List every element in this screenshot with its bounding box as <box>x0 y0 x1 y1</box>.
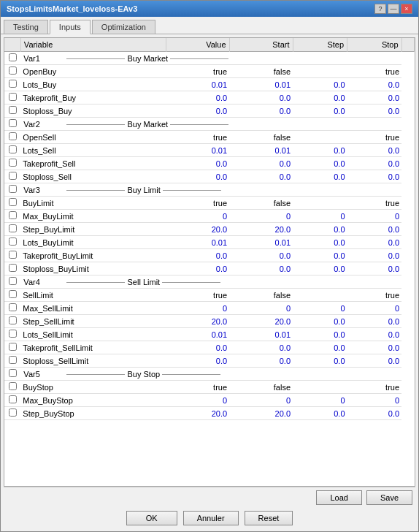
row-variable: Takeprofit_BuyLimit <box>20 249 166 262</box>
row-step <box>293 289 347 302</box>
row-checkbox[interactable] <box>9 316 17 324</box>
row-step: 0.0 <box>293 315 347 328</box>
row-checkbox[interactable] <box>9 238 17 246</box>
table-row: OpenBuy true false true <box>4 65 415 78</box>
row-checkbox[interactable] <box>9 145 17 153</box>
row-checkbox[interactable] <box>9 343 17 351</box>
close-button[interactable]: × <box>401 4 412 14</box>
row-checkbox[interactable] <box>9 264 17 272</box>
row-start: 20.0 <box>229 223 293 236</box>
table-row: Takeprofit_Sell 0.0 0.0 0.0 0.0 <box>4 157 415 170</box>
row-checkbox[interactable] <box>9 408 17 417</box>
variables-table-container[interactable]: Variable Value Start Step Stop Var1 Buy … <box>4 37 415 487</box>
load-button[interactable]: Load <box>316 490 361 505</box>
row-stop: 0.0 <box>347 223 402 236</box>
row-variable: Stoploss_SellLimit <box>20 354 166 368</box>
row-checkbox[interactable] <box>9 330 17 338</box>
row-checkbox[interactable] <box>9 382 17 390</box>
ok-button[interactable]: OK <box>126 511 177 525</box>
row-value: 0.0 <box>166 262 229 276</box>
row-checkbox[interactable] <box>9 106 17 114</box>
row-step: 0.0 <box>293 170 347 183</box>
row-checkbox[interactable] <box>9 224 17 232</box>
col-scroll <box>401 38 414 52</box>
row-value: 20.0 <box>166 315 229 328</box>
help-button[interactable]: ? <box>374 4 386 14</box>
col-check <box>4 38 20 52</box>
row-checkbox[interactable] <box>9 93 17 101</box>
row-stop: 0.0 <box>347 328 402 341</box>
row-step: 0 <box>293 394 347 407</box>
row-variable: Step_SellLimit <box>20 315 166 328</box>
var2-label: Var2 Buy Market <box>20 118 401 131</box>
row-stop: 0.0 <box>347 91 402 104</box>
row-checkbox[interactable] <box>9 211 17 219</box>
row-variable: OpenSell <box>20 131 166 144</box>
row-value: 0.01 <box>166 328 229 341</box>
minimize-button[interactable]: — <box>388 4 399 14</box>
row-step <box>293 381 347 394</box>
row-checkbox[interactable] <box>9 303 17 311</box>
row-start: false <box>229 197 293 210</box>
tab-inputs[interactable]: Inputs <box>50 20 91 34</box>
row-step: 0.0 <box>293 341 347 354</box>
row-stop: 0.0 <box>347 157 402 170</box>
row-start: 0.0 <box>229 170 293 183</box>
table-row: Var2 Buy Market <box>4 118 415 131</box>
row-checkbox[interactable] <box>9 277 17 285</box>
save-button[interactable]: Save <box>366 490 412 505</box>
row-variable: OpenBuy <box>20 65 166 78</box>
tab-bar: Testing Inputs Optimization <box>1 17 418 34</box>
row-step: 0 <box>293 302 347 315</box>
row-variable: BuyStop <box>20 381 166 394</box>
table-row: OpenSell true false true <box>4 131 415 144</box>
row-checkbox[interactable] <box>9 132 17 140</box>
row-checkbox[interactable] <box>9 53 17 61</box>
footer-bar: OK Annuler Reset <box>4 508 415 528</box>
table-row: Lots_Sell 0.01 0.01 0.0 0.0 <box>4 144 415 157</box>
row-value: 0.01 <box>166 236 229 249</box>
row-checkbox[interactable] <box>9 159 17 167</box>
row-checkbox[interactable] <box>9 172 17 180</box>
reset-button[interactable]: Reset <box>245 511 293 525</box>
table-row: Stoploss_Sell 0.0 0.0 0.0 0.0 <box>4 170 415 183</box>
row-value: 0.01 <box>166 144 229 157</box>
cancel-button[interactable]: Annuler <box>183 511 239 525</box>
table-row: Var1 Buy Market <box>4 52 415 65</box>
var1-label: Var1 Buy Market <box>20 52 401 65</box>
row-stop: 0.0 <box>347 407 402 420</box>
row-start: 0.0 <box>229 157 293 170</box>
row-value: 0.0 <box>166 170 229 183</box>
row-checkbox[interactable] <box>9 198 17 206</box>
table-row: Lots_Buy 0.01 0.01 0.0 0.0 <box>4 78 415 91</box>
row-checkbox[interactable] <box>9 185 17 193</box>
row-step: 0 <box>293 210 347 223</box>
row-checkbox[interactable] <box>9 251 17 259</box>
row-checkbox[interactable] <box>9 119 17 127</box>
row-checkbox[interactable] <box>9 80 17 88</box>
row-start: 0.01 <box>229 144 293 157</box>
row-checkbox[interactable] <box>9 395 17 403</box>
row-stop: 0.0 <box>347 144 402 157</box>
table-row: Takeprofit_BuyLimit 0.0 0.0 0.0 0.0 <box>4 249 415 262</box>
row-value: true <box>166 131 229 144</box>
row-checkbox-cell[interactable] <box>4 52 20 65</box>
table-row: Stoploss_Buy 0.0 0.0 0.0 0.0 <box>4 104 415 118</box>
table-row: Lots_BuyLimit 0.01 0.01 0.0 0.0 <box>4 236 415 249</box>
row-start: 0.0 <box>229 249 293 262</box>
var3-label: Var3 Buy Limit <box>20 183 401 197</box>
row-value: true <box>166 289 229 302</box>
row-checkbox[interactable] <box>9 356 17 364</box>
row-checkbox[interactable] <box>9 369 17 377</box>
row-variable: Takeprofit_Sell <box>20 157 166 170</box>
row-start: 0.0 <box>229 91 293 104</box>
variables-table: Variable Value Start Step Stop Var1 Buy … <box>4 38 415 420</box>
row-step: 0.0 <box>293 91 347 104</box>
tab-testing[interactable]: Testing <box>4 20 48 34</box>
tab-optimization[interactable]: Optimization <box>92 20 155 34</box>
row-stop: 0 <box>347 210 402 223</box>
row-value: 0 <box>166 210 229 223</box>
row-checkbox[interactable] <box>9 66 17 75</box>
row-checkbox[interactable] <box>9 290 17 298</box>
row-variable: Lots_BuyLimit <box>20 236 166 249</box>
